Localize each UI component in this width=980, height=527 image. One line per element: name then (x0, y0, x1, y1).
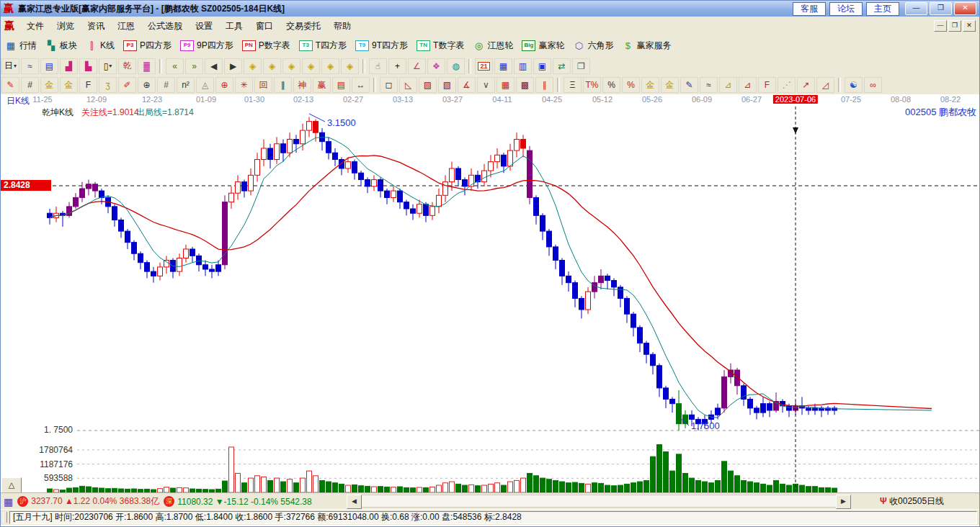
scroll-track[interactable] (362, 495, 836, 508)
box-frame-tool[interactable]: ◻ (380, 77, 398, 93)
zoom-diamond-2[interactable]: ◈ (263, 58, 281, 74)
zigzag-tool[interactable]: ∨ (477, 77, 495, 93)
price-levels-tool[interactable]: Ξ (564, 77, 582, 93)
btn-kline[interactable]: ⫿K线 (81, 38, 119, 53)
btn-quotes[interactable]: ▦行情 (1, 38, 41, 53)
shen-tool[interactable]: 神 (293, 77, 311, 93)
link-homepage[interactable]: 主页 (866, 2, 899, 16)
crosshair-tool[interactable]: + (388, 58, 406, 74)
chart-scrollbar[interactable]: ◀ ▶ (347, 495, 851, 508)
btn-p-number-table[interactable]: PNP数字表 (238, 38, 295, 53)
n2-ruler[interactable]: n² (177, 77, 195, 93)
btn-t-square[interactable]: T3T四方形 (295, 38, 351, 53)
menu-trade[interactable]: 交易委托 (280, 19, 327, 34)
chart-canvas[interactable] (1, 106, 980, 492)
close-button[interactable]: ✕ (954, 2, 976, 15)
line-ruler[interactable]: # (157, 77, 175, 93)
gold-angle-tool[interactable]: ⊿ (719, 77, 737, 93)
child-minimize-button[interactable]: — (934, 20, 947, 32)
zoom-diamond-4[interactable]: ◈ (302, 58, 320, 74)
save[interactable]: ▣ (533, 58, 551, 74)
minimize-button[interactable]: — (905, 2, 927, 15)
t-percent-tool[interactable]: T% (583, 77, 601, 93)
f-angle-tool[interactable]: F (758, 77, 776, 93)
gann-grid[interactable]: # (21, 77, 39, 93)
gann-shape-tool[interactable]: ❖ (427, 58, 445, 74)
btn-gann-wheel[interactable]: ◎江恩轮 (468, 38, 517, 53)
ab-line-tool[interactable]: ◿ (816, 77, 834, 93)
fan-dense-tool[interactable]: ▧ (438, 77, 456, 93)
candle-style-dropdown[interactable]: ▯▾ (99, 58, 117, 74)
btn-winner-service[interactable]: $赢家服务 (618, 38, 675, 53)
child-restore-button[interactable]: ❐ (948, 20, 961, 32)
scroll-right-arrow[interactable]: ▶ (836, 495, 851, 509)
fan-box-tool[interactable]: ▨ (419, 77, 437, 93)
scroll-left-arrow[interactable]: ◀ (347, 495, 362, 509)
wave-band-tool[interactable]: ≈ (700, 77, 718, 93)
menu-formula-picker[interactable]: 公式选股 (141, 19, 189, 34)
zoom-diamond-3[interactable]: ◈ (282, 58, 300, 74)
drag-hand[interactable]: ☝ (369, 58, 387, 74)
menu-gann[interactable]: 江恩 (111, 19, 141, 34)
tick-marks-tool[interactable]: ∥ (274, 77, 292, 93)
j-angle-tool[interactable]: ⊿ (739, 77, 757, 93)
percent-tool[interactable]: % (602, 77, 620, 93)
step-forward[interactable]: ▶ (224, 58, 242, 74)
menu-window[interactable]: 窗口 (249, 19, 280, 34)
square-web[interactable]: 回 (254, 77, 272, 93)
quote-grid-icon[interactable]: ▦ (4, 496, 13, 508)
menu-file[interactable]: 文件 (20, 19, 50, 34)
btn-9p-square[interactable]: P99P四方形 (176, 38, 238, 53)
calendar[interactable]: 21 (475, 58, 493, 74)
btn-9t-square[interactable]: T99T四方形 (351, 38, 412, 53)
marker-pen[interactable]: ✐ (118, 77, 136, 93)
menu-settings[interactable]: 设置 (189, 19, 219, 34)
menu-browse[interactable]: 浏览 (50, 19, 81, 34)
zoom-diamond-1[interactable]: ◈ (244, 58, 262, 74)
gann-circle[interactable]: ⊕ (215, 77, 233, 93)
gold-coin-2[interactable]: 金 (661, 77, 679, 93)
fib-grid[interactable]: F (79, 77, 97, 93)
draw-knife[interactable]: ✎ (1, 77, 19, 93)
brush-tool[interactable]: ✎ (680, 77, 698, 93)
grid-dark-tool[interactable]: ▩ (516, 77, 534, 93)
network-share[interactable]: ⇄ (553, 58, 571, 74)
width-measure[interactable]: ↔ (352, 77, 370, 93)
jump-first[interactable]: « (166, 58, 184, 74)
menu-tools[interactable]: 工具 (219, 19, 249, 34)
btn-t-number-table[interactable]: TNT数字表 (412, 38, 468, 53)
restore-button[interactable]: ❐ (930, 2, 952, 15)
fan-rays-red[interactable]: ◺ (399, 77, 417, 93)
radial-web[interactable]: ✳ (235, 77, 253, 93)
puzzle-tool[interactable]: ◍ (447, 58, 465, 74)
color-histogram[interactable]: ▓ (138, 58, 156, 74)
angle-tool[interactable]: ∠ (408, 58, 426, 74)
notebook[interactable]: ▥ (514, 58, 532, 74)
intraday-chart[interactable]: ≈ (21, 58, 39, 74)
calculator[interactable]: ▦ (494, 58, 512, 74)
parallel-lines-tool[interactable]: ∥ (535, 77, 553, 93)
infinity[interactable]: ∞ (864, 77, 882, 93)
spiral-tool[interactable]: ʒ (99, 77, 117, 93)
arrow-marker[interactable]: ◬ (196, 77, 214, 93)
qiankun-kline-toggle[interactable]: 乾 (118, 58, 136, 74)
step-back[interactable]: ◀ (205, 58, 223, 74)
dual-angle-tool[interactable]: ⋰ (778, 77, 796, 93)
circle-ruler[interactable]: ⊕ (138, 77, 156, 93)
gold-grid-1[interactable]: 金 (40, 77, 58, 93)
child-close-button[interactable]: ✕ (963, 20, 976, 32)
f10-info[interactable]: ▤ (40, 58, 58, 74)
zoom-diamond-6[interactable]: ◈ (341, 58, 359, 74)
period-day-dropdown[interactable]: 日▾ (1, 58, 19, 74)
mini-chart-3[interactable]: ▟ (60, 58, 78, 74)
btn-sectors[interactable]: ▚板块 (41, 38, 81, 53)
jump-last[interactable]: » (185, 58, 203, 74)
printer[interactable]: ❐ (572, 58, 590, 74)
price-ladder[interactable]: ▤ (332, 77, 350, 93)
btn-winner-wheel[interactable]: Big赢家轮 (517, 38, 569, 53)
gold-grid-2[interactable]: 金 (60, 77, 78, 93)
grid-red-tool[interactable]: ▦ (496, 77, 514, 93)
menu-news[interactable]: 资讯 (81, 19, 111, 34)
yinyang[interactable]: ☯ (845, 77, 863, 93)
trend-lines-tool[interactable]: ∡ (458, 77, 476, 93)
